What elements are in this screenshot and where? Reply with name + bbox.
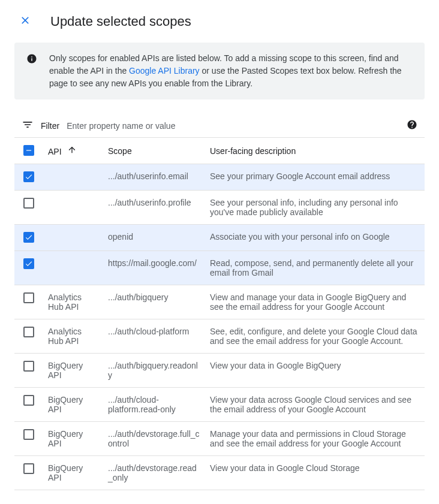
chevron-right-icon — [404, 501, 416, 504]
description-cell: See your personal info, including any pe… — [205, 191, 425, 225]
api-cell — [43, 251, 103, 285]
scope-cell: .../auth/bigquery.readonly — [103, 354, 205, 388]
description-cell: View your data in Google Cloud Storage — [205, 456, 425, 490]
scopes-table: API Scope User-facing description .../au… — [14, 138, 425, 490]
description-cell: Read, compose, send, and permanently del… — [205, 251, 425, 285]
row-checkbox[interactable] — [23, 232, 34, 243]
row-checkbox[interactable] — [23, 463, 34, 474]
table-row: .../auth/userinfo.profileSee your person… — [14, 191, 425, 225]
info-icon — [26, 53, 37, 90]
description-cell: View your data across Google Cloud servi… — [205, 388, 425, 422]
scope-cell: .../auth/cloud-platform — [103, 319, 205, 354]
column-header-api[interactable]: API — [43, 138, 103, 164]
description-cell: See your primary Google Account email ad… — [205, 164, 425, 191]
table-row: BigQuery API.../auth/cloud-platform.read… — [14, 388, 425, 422]
api-library-link[interactable]: Google API Library — [129, 66, 200, 76]
api-cell: BigQuery API — [43, 354, 103, 388]
row-checkbox[interactable] — [23, 361, 34, 372]
description-cell: View and manage your data in Google BigQ… — [205, 285, 425, 319]
close-icon — [19, 14, 31, 26]
select-all-checkbox[interactable] — [23, 145, 34, 156]
info-text: Only scopes for enabled APIs are listed … — [49, 52, 413, 90]
filter-label: Filter — [41, 121, 59, 131]
row-checkbox[interactable] — [23, 171, 34, 182]
api-cell — [43, 225, 103, 251]
table-row: openidAssociate you with your personal i… — [14, 225, 425, 251]
row-checkbox[interactable] — [23, 258, 34, 269]
description-cell: See, edit, configure, and delete your Go… — [205, 319, 425, 354]
api-cell: Analytics Hub API — [43, 285, 103, 319]
table-row: .../auth/userinfo.emailSee your primary … — [14, 164, 425, 191]
scope-cell: .../auth/userinfo.profile — [103, 191, 205, 225]
info-banner: Only scopes for enabled APIs are listed … — [14, 43, 425, 99]
description-cell: Manage your data and permissions in Clou… — [205, 422, 425, 456]
table-row: Analytics Hub API.../auth/cloud-platform… — [14, 319, 425, 354]
filter-input[interactable] — [67, 121, 399, 131]
sort-ascending-icon — [67, 147, 77, 156]
row-checkbox[interactable] — [23, 395, 34, 406]
scope-cell: https://mail.google.com/ — [103, 251, 205, 285]
chevron-left-icon — [371, 501, 383, 504]
api-cell: Analytics Hub API — [43, 319, 103, 354]
scope-cell: .../auth/bigquery — [103, 285, 205, 319]
pagination: Rows per page: 10 1 – 10 of 25 — [14, 490, 425, 504]
api-cell: BigQuery API — [43, 456, 103, 490]
scope-cell: .../auth/devstorage.read_only — [103, 456, 205, 490]
description-cell: Associate you with your personal info on… — [205, 225, 425, 251]
help-icon[interactable] — [407, 119, 417, 132]
table-row: BigQuery API.../auth/bigquery.readonlyVi… — [14, 354, 425, 388]
row-checkbox[interactable] — [23, 429, 34, 440]
dialog-title: Update selected scopes — [50, 14, 191, 29]
dialog-header: Update selected scopes — [0, 0, 439, 43]
table-row: https://mail.google.com/Read, compose, s… — [14, 251, 425, 285]
api-cell: BigQuery API — [43, 422, 103, 456]
close-button[interactable] — [14, 10, 36, 33]
row-checkbox[interactable] — [23, 292, 34, 303]
api-cell: BigQuery API — [43, 388, 103, 422]
table-row: Analytics Hub API.../auth/bigqueryView a… — [14, 285, 425, 319]
row-checkbox[interactable] — [23, 327, 34, 337]
column-header-scope[interactable]: Scope — [103, 138, 205, 164]
scope-cell: openid — [103, 225, 205, 251]
column-header-description[interactable]: User-facing description — [205, 138, 425, 164]
scope-cell: .../auth/cloud-platform.read-only — [103, 388, 205, 422]
api-cell — [43, 191, 103, 225]
next-page-button[interactable] — [401, 497, 420, 504]
table-row: BigQuery API.../auth/devstorage.full_con… — [14, 422, 425, 456]
scope-cell: .../auth/devstorage.full_control — [103, 422, 205, 456]
table-row: BigQuery API.../auth/devstorage.read_onl… — [14, 456, 425, 490]
row-checkbox[interactable] — [23, 198, 34, 209]
filter-icon — [22, 119, 34, 132]
scope-cell: .../auth/userinfo.email — [103, 164, 205, 191]
previous-page-button[interactable] — [367, 497, 386, 504]
filter-bar: Filter — [14, 114, 425, 138]
api-cell — [43, 164, 103, 191]
description-cell: View your data in Google BigQuery — [205, 354, 425, 388]
